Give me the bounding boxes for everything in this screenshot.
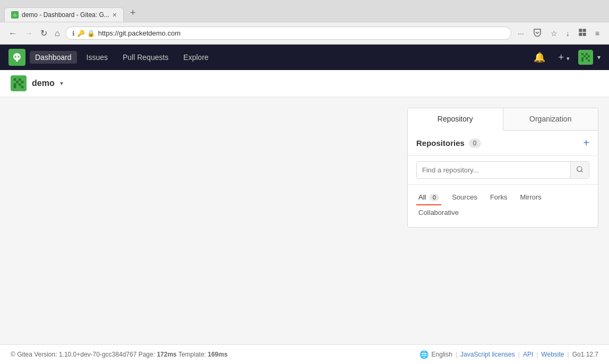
app-logo[interactable] xyxy=(8,49,25,66)
username-label: demo xyxy=(32,79,55,88)
address-bar: ← → ↻ ⌂ ℹ 🔑 🔒 https://git.packetdemo.com… xyxy=(0,22,609,44)
tab-close-button[interactable]: × xyxy=(113,11,117,19)
browser-chrome: G demo - Dashboard - Gitea: G... × + ← →… xyxy=(0,0,609,45)
filter-all[interactable]: All 0 xyxy=(416,190,441,205)
footer-page-time: 172ms xyxy=(157,351,176,358)
key-icon: 🔑 xyxy=(77,30,85,37)
svg-point-11 xyxy=(577,167,582,171)
nav-dashboard[interactable]: Dashboard xyxy=(30,51,77,64)
bell-icon: 🔔 xyxy=(534,52,545,63)
main-content: Repository Organization Repositories 0 + xyxy=(0,97,609,238)
user-bar-chevron[interactable]: ▾ xyxy=(60,80,63,87)
tab-favicon: G xyxy=(11,11,19,19)
repo-count-badge: 0 xyxy=(469,138,481,148)
new-tab-button[interactable]: + xyxy=(125,4,141,22)
forward-button[interactable]: → xyxy=(22,27,35,40)
tab-title: demo - Dashboard - Gitea: G... xyxy=(22,11,109,19)
active-tab: G demo - Dashboard - Gitea: G... × xyxy=(4,7,124,22)
create-chevron: ▾ xyxy=(567,55,570,62)
repo-filter-row2: Collaborative xyxy=(408,205,598,227)
nav-pull-requests[interactable]: Pull Requests xyxy=(117,51,174,64)
right-panel: Repository Organization Repositories 0 + xyxy=(407,108,598,228)
footer-api[interactable]: API xyxy=(523,351,533,358)
svg-rect-9 xyxy=(579,51,592,64)
lock-icon: 🔒 xyxy=(87,30,95,37)
app-wrapper: Dashboard Issues Pull Requests Explore 🔔… xyxy=(0,45,609,364)
svg-rect-4 xyxy=(579,33,582,36)
footer-sep-3: | xyxy=(536,351,538,358)
repositories-header: Repositories 0 + xyxy=(408,131,598,156)
search-icon xyxy=(576,166,584,173)
footer-website[interactable]: Website xyxy=(541,351,564,358)
footer: © Gitea Version: 1.10.0+dev-70-gcc384d76… xyxy=(0,344,609,364)
filter-sources[interactable]: Sources xyxy=(450,190,479,205)
repo-search-button[interactable] xyxy=(570,162,589,178)
svg-point-8 xyxy=(18,56,20,58)
extensions-button[interactable] xyxy=(575,26,590,40)
nav-issues[interactable]: Issues xyxy=(81,51,113,64)
user-avatar-icon xyxy=(579,51,592,64)
footer-sep-2: | xyxy=(518,351,520,358)
content-area: demo ▾ Repository Organization Reposit xyxy=(0,70,609,344)
repo-search-container xyxy=(408,156,598,185)
bookmark-button[interactable]: ☆ xyxy=(547,27,561,40)
add-repo-button[interactable]: + xyxy=(583,137,589,149)
download-button[interactable]: ↓ xyxy=(563,27,573,40)
svg-text:G: G xyxy=(13,13,16,18)
back-button[interactable]: ← xyxy=(6,27,19,40)
filter-all-badge: 0 xyxy=(430,194,439,201)
repositories-title: Repositories xyxy=(416,138,465,148)
filter-mirrors[interactable]: Mirrors xyxy=(518,190,543,205)
pocket-button[interactable] xyxy=(529,25,545,41)
nav-explore[interactable]: Explore xyxy=(178,51,213,64)
user-bar: demo ▾ xyxy=(0,70,609,97)
globe-icon: 🌐 xyxy=(419,350,428,359)
user-avatar[interactable] xyxy=(578,50,593,65)
info-icon: ℹ xyxy=(72,30,75,37)
svg-rect-5 xyxy=(582,33,586,36)
panel-tabs: Repository Organization xyxy=(408,108,598,131)
svg-rect-3 xyxy=(582,29,586,32)
filter-forks[interactable]: Forks xyxy=(488,190,510,205)
footer-language: English xyxy=(432,351,452,358)
url-security-icons: ℹ 🔑 🔒 xyxy=(72,30,95,37)
browser-actions: ··· ☆ ↓ ≡ xyxy=(514,25,603,41)
refresh-button[interactable]: ↻ xyxy=(38,26,49,40)
svg-point-7 xyxy=(15,56,16,58)
svg-rect-10 xyxy=(11,76,26,91)
plus-icon: + xyxy=(558,52,564,63)
notification-button[interactable]: 🔔 xyxy=(529,49,550,65)
top-navigation: Dashboard Issues Pull Requests Explore 🔔… xyxy=(0,45,609,70)
repo-title-row: Repositories 0 xyxy=(416,138,481,148)
footer-left: © Gitea Version: 1.10.0+dev-70-gcc384d76… xyxy=(11,351,228,358)
user-bar-avatar[interactable] xyxy=(11,75,27,91)
footer-sep-4: | xyxy=(568,351,569,358)
repo-filter-tabs: All 0 Sources Forks Mirrors xyxy=(408,185,598,205)
left-panel xyxy=(11,108,397,228)
filter-collaborative[interactable]: Collaborative xyxy=(416,205,461,221)
footer-template-time: 169ms xyxy=(208,351,227,358)
repository-panel: Repository Organization Repositories 0 + xyxy=(407,108,598,228)
user-dropdown-chevron[interactable]: ▾ xyxy=(597,54,601,61)
repo-search-inner xyxy=(416,161,589,179)
home-button[interactable]: ⌂ xyxy=(53,27,62,40)
footer-go-version: Go1.12.7 xyxy=(572,351,598,358)
menu-button[interactable]: ≡ xyxy=(592,27,603,40)
gitea-logo-icon xyxy=(11,51,23,64)
tab-organization[interactable]: Organization xyxy=(503,108,598,130)
url-text: https://git.packetdemo.com xyxy=(98,29,504,37)
footer-copyright: © Gitea Version: 1.10.0+dev-70-gcc384d76… xyxy=(11,351,228,358)
more-button[interactable]: ··· xyxy=(514,27,527,40)
repo-search-input[interactable] xyxy=(417,162,570,178)
footer-right: 🌐 English | JavaScript licenses | API | … xyxy=(419,350,598,359)
footer-sep-1: | xyxy=(456,351,457,358)
url-bar[interactable]: ℹ 🔑 🔒 https://git.packetdemo.com xyxy=(65,27,511,40)
create-button[interactable]: + ▾ xyxy=(554,50,574,65)
tab-bar: G demo - Dashboard - Gitea: G... × + xyxy=(0,0,609,22)
svg-rect-2 xyxy=(579,29,582,32)
footer-js-licenses[interactable]: JavaScript licenses xyxy=(460,351,515,358)
tab-repository[interactable]: Repository xyxy=(408,108,503,131)
